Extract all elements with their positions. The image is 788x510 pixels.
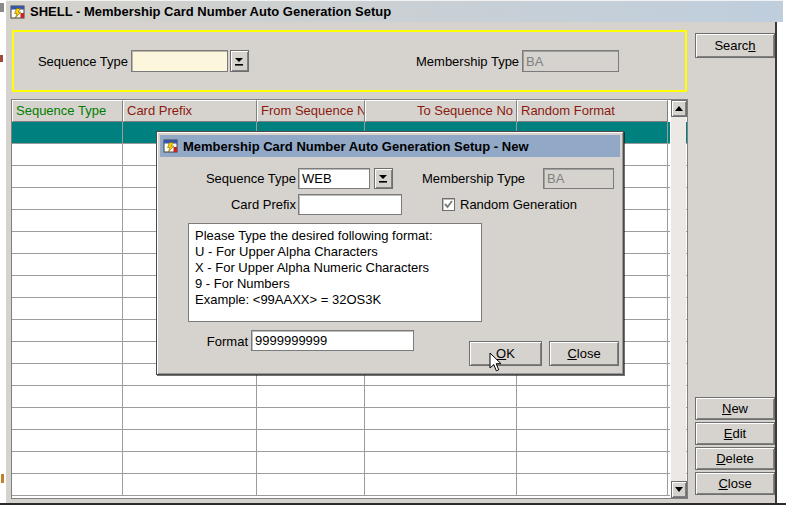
grid-cell [257, 474, 365, 495]
grid-cell [517, 386, 668, 407]
grid-cell [365, 474, 517, 495]
grid-cell [517, 474, 668, 495]
membership-type-label: Membership Type [416, 54, 518, 69]
grid-cell [365, 408, 517, 429]
grid-cell [12, 276, 123, 297]
grid-cell [12, 188, 123, 209]
grid-cell [365, 452, 517, 473]
grid-cell [123, 474, 257, 495]
grid-vertical-scrollbar[interactable] [670, 100, 686, 498]
window-title: SHELL - Membership Card Number Auto Gene… [30, 4, 391, 19]
column-header-from-sequence-no: From Sequence No [257, 100, 365, 122]
dialog-sequence-type-dropdown-button[interactable] [374, 168, 393, 189]
new-button[interactable]: New [695, 397, 775, 420]
grid-cell [12, 320, 123, 341]
grid-empty-row[interactable] [12, 408, 687, 430]
grid-cell [365, 386, 517, 407]
grid-empty-row[interactable] [12, 430, 687, 452]
grid-cell [12, 144, 123, 165]
up-arrow-icon [675, 106, 683, 111]
dropdown-arrow-icon [235, 57, 244, 66]
dialog-icon [163, 138, 179, 154]
format-label: Format [163, 334, 248, 349]
sequence-type-dropdown-button[interactable] [230, 50, 249, 72]
new-setup-dialog: Membership Card Number Auto Generation S… [156, 131, 624, 375]
background-artifact [0, 55, 3, 62]
column-header-card-prefix: Card Prefix [123, 100, 257, 122]
search-button[interactable]: Search [695, 33, 775, 58]
grid-cell [123, 386, 257, 407]
down-arrow-icon [675, 487, 683, 492]
column-header-sequence-type: Sequence Type [12, 100, 123, 122]
grid-cell [517, 430, 668, 451]
grid-cell [365, 430, 517, 451]
grid-cell [12, 122, 123, 143]
scroll-down-button[interactable] [671, 481, 687, 498]
grid-cell [12, 232, 123, 253]
grid-cell [123, 408, 257, 429]
dropdown-arrow-icon [379, 174, 388, 183]
checkmark-icon [443, 199, 454, 210]
grid-empty-row[interactable] [12, 386, 687, 408]
grid-cell [123, 430, 257, 451]
grid-cell [257, 430, 365, 451]
background-artifact [0, 3, 4, 12]
app-icon [10, 4, 26, 20]
close-button[interactable]: Close [695, 472, 775, 495]
sequence-type-combo[interactable] [131, 50, 228, 72]
main-window-titlebar[interactable]: SHELL - Membership Card Number Auto Gene… [6, 0, 783, 22]
grid-empty-row[interactable] [12, 474, 687, 496]
grid-cell [12, 254, 123, 275]
dialog-close-button[interactable]: Close [549, 341, 619, 366]
edit-button[interactable]: Edit [695, 422, 775, 445]
background-artifact [1, 474, 4, 483]
grid-cell [12, 474, 123, 495]
dialog-membership-type-label: Membership Type [422, 171, 524, 186]
grid-cell [12, 386, 123, 407]
dialog-title: Membership Card Number Auto Generation S… [183, 139, 529, 154]
sequence-type-label: Sequence Type [28, 54, 128, 69]
delete-button[interactable]: Delete [695, 447, 775, 470]
membership-type-field: BA [522, 50, 619, 72]
grid-cell [257, 386, 365, 407]
ok-button[interactable]: OK [469, 341, 542, 366]
grid-cell [12, 452, 123, 473]
grid-cell [123, 452, 257, 473]
grid-cell [257, 408, 365, 429]
grid-cell [12, 430, 123, 451]
column-header-to-sequence-no: To Sequence No [365, 100, 517, 122]
grid-cell [12, 342, 123, 363]
grid-cell [517, 408, 668, 429]
grid-cell [12, 364, 123, 385]
window-bottom-border [0, 503, 786, 505]
dialog-titlebar[interactable]: Membership Card Number Auto Generation S… [160, 135, 620, 157]
grid-header-row: Sequence TypeCard PrefixFrom Sequence No… [12, 100, 687, 122]
side-button-group: NewEditDeleteClose [695, 397, 775, 497]
dialog-membership-type-field: BA [543, 168, 614, 189]
scroll-up-button[interactable] [671, 100, 687, 117]
grid-cell [12, 166, 123, 187]
dialog-sequence-type-combo[interactable] [298, 168, 370, 189]
grid-cell [12, 298, 123, 319]
column-header-random-format: Random Format [517, 100, 668, 122]
grid-cell [12, 408, 123, 429]
grid-cell [257, 452, 365, 473]
format-instructions-text: Please Type the desired following format… [188, 223, 482, 322]
dialog-sequence-type-label: Sequence Type [186, 171, 296, 186]
card-prefix-label: Card Prefix [186, 197, 296, 212]
random-generation-checkbox[interactable] [442, 198, 455, 211]
grid-cell [517, 452, 668, 473]
random-generation-label: Random Generation [460, 197, 577, 212]
format-input[interactable] [251, 330, 414, 351]
grid-cell [12, 210, 123, 231]
grid-empty-row[interactable] [12, 452, 687, 474]
card-prefix-input[interactable] [298, 194, 402, 215]
